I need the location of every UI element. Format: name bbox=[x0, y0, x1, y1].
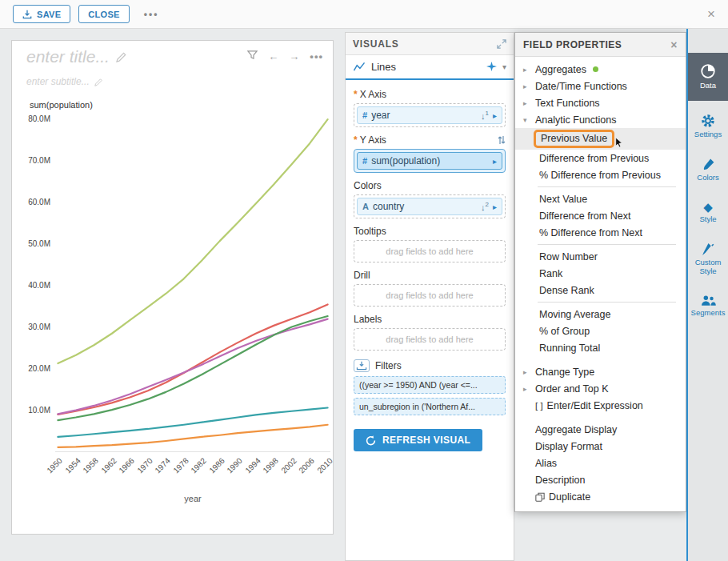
save-download-icon bbox=[22, 10, 32, 19]
menu-item-label: Description bbox=[535, 475, 586, 486]
chevron-right-icon: ▸ bbox=[523, 66, 535, 74]
x-axis-shelf[interactable]: # year ↓1 ▸ bbox=[354, 103, 506, 127]
visuals-panel-header: VISUALS bbox=[346, 33, 514, 55]
people-icon bbox=[701, 295, 716, 307]
close-button-label: CLOSE bbox=[88, 10, 119, 19]
shelf-placeholder: drag fields to add here bbox=[386, 291, 473, 300]
sidebar-tab-settings[interactable]: Settings bbox=[688, 108, 728, 145]
field-menu-caret-icon[interactable]: ▸ bbox=[493, 202, 497, 211]
y-axis-tick-label: 50.0M bbox=[15, 239, 50, 248]
duplicate-icon bbox=[535, 492, 545, 502]
sidebar-tab-segments[interactable]: Segments bbox=[688, 289, 728, 323]
menu-item-rank[interactable]: Rank bbox=[515, 265, 686, 282]
labels-shelf[interactable]: drag fields to add here bbox=[354, 328, 506, 351]
x-axis-shelf-label: * X Axis bbox=[354, 89, 506, 100]
menu-item-moving-average[interactable]: Moving Average bbox=[515, 306, 686, 323]
menu-item-date-time-functions[interactable]: ▸Date/Time Functions bbox=[515, 78, 686, 94]
menu-item-difference-from-previous[interactable]: Difference from Previous bbox=[515, 150, 686, 166]
sparkle-icon[interactable] bbox=[486, 62, 497, 72]
field-pill-label: country bbox=[373, 201, 477, 212]
menu-item-running-total[interactable]: Running Total bbox=[515, 339, 686, 356]
menu-item-label: Dense Rank bbox=[539, 285, 594, 296]
chevron-right-icon: ▸ bbox=[523, 82, 535, 90]
line-chart-type-icon bbox=[353, 62, 366, 72]
refresh-button-label: REFRESH VISUAL bbox=[382, 435, 470, 446]
visual-subtitle-placeholder[interactable]: enter subtitle... bbox=[26, 76, 103, 87]
filters-shelf: ((year >= 1950) AND (year <=...un_subreg… bbox=[354, 376, 506, 415]
right-sidebar: DataSettingsColors◆StyleCustom StyleSegm… bbox=[686, 29, 728, 561]
chevron-down-icon: ▾ bbox=[523, 116, 535, 124]
menu-item-description[interactable]: Description bbox=[515, 471, 686, 488]
menu-item-difference-from-next[interactable]: Difference from Next bbox=[515, 207, 686, 224]
swap-axes-icon[interactable] bbox=[498, 135, 506, 145]
menu-divider bbox=[538, 244, 676, 245]
menu-item-alias[interactable]: Alias bbox=[515, 455, 686, 471]
edit-subtitle-pencil-icon[interactable] bbox=[94, 78, 103, 86]
visual-title-placeholder[interactable]: enter title... bbox=[26, 47, 127, 66]
field-pill-sum-population[interactable]: # sum(population) ▸ bbox=[357, 152, 502, 170]
menu-item-order-and-top-k[interactable]: ▸Order and Top K bbox=[515, 380, 686, 397]
filter-funnel-icon[interactable] bbox=[247, 50, 258, 62]
brackets-icon: [ ] bbox=[535, 401, 543, 411]
menu-item-label: % Difference from Previous bbox=[539, 170, 661, 181]
menu-item-aggregate-display[interactable]: Aggregate Display bbox=[515, 421, 686, 438]
menu-divider bbox=[538, 302, 676, 303]
series-line-orange bbox=[58, 425, 327, 447]
menu-item-difference-from-previous[interactable]: % Difference from Previous bbox=[515, 166, 686, 183]
chevron-down-icon[interactable]: ▾ bbox=[502, 62, 506, 71]
menu-item-enter-edit-expression[interactable]: [ ]Enter/Edit Expression bbox=[515, 397, 686, 414]
y-axis-tick-label: 60.0M bbox=[15, 198, 50, 206]
shelves-area: * X Axis # year ↓1 ▸ * Y Axis bbox=[346, 80, 514, 459]
more-options-button[interactable]: ••• bbox=[144, 9, 159, 20]
menu-item-previous-value[interactable]: Previous Value bbox=[515, 128, 686, 150]
drill-shelf[interactable]: drag fields to add here bbox=[354, 284, 506, 307]
card-action-icons: ← → ••• bbox=[247, 50, 323, 62]
menu-item-duplicate[interactable]: Duplicate bbox=[515, 488, 686, 505]
y-axis-tick-label: 30.0M bbox=[15, 323, 50, 331]
sidebar-tab-style[interactable]: ◆Style bbox=[688, 195, 728, 230]
card-more-icon[interactable]: ••• bbox=[310, 51, 323, 62]
colors-shelf[interactable]: A country ↓2 ▸ bbox=[354, 194, 506, 218]
sidebar-tab-label: Style bbox=[699, 215, 716, 224]
menu-item-display-format[interactable]: Display Format bbox=[515, 438, 686, 455]
filter-pill[interactable]: un_subregion in ('Northern Af... bbox=[354, 398, 506, 415]
menu-item-aggregates[interactable]: ▸Aggregates bbox=[515, 61, 686, 78]
y-axis-shelf[interactable]: # sum(population) ▸ bbox=[354, 149, 506, 173]
menu-item-label: Analytic Functions bbox=[535, 114, 616, 126]
field-menu-caret-icon[interactable]: ▸ bbox=[493, 157, 497, 166]
dismiss-editor-icon[interactable]: × bbox=[707, 7, 715, 21]
y-axis-title: sum(population) bbox=[30, 100, 93, 110]
menu-item-of-group[interactable]: % of Group bbox=[515, 323, 686, 339]
chart-type-selector[interactable]: Lines ▾ bbox=[346, 55, 514, 80]
refresh-visual-button[interactable]: REFRESH VISUAL bbox=[354, 429, 482, 451]
menu-item-text-functions[interactable]: ▸Text Functions bbox=[515, 94, 686, 111]
expand-panel-icon[interactable] bbox=[497, 39, 506, 49]
back-arrow-icon[interactable]: ← bbox=[268, 51, 278, 62]
menu-item-difference-from-next[interactable]: % Difference from Next bbox=[515, 224, 686, 241]
menu-item-analytic-functions[interactable]: ▾Analytic Functions bbox=[515, 111, 686, 128]
close-button[interactable]: CLOSE bbox=[78, 5, 129, 23]
field-pill-year[interactable]: # year ↓1 ▸ bbox=[357, 106, 502, 124]
field-pill-country[interactable]: A country ↓2 ▸ bbox=[357, 198, 502, 215]
menu-item-change-type[interactable]: ▸Change Type bbox=[515, 363, 686, 380]
edit-title-pencil-icon[interactable] bbox=[116, 51, 127, 62]
field-menu-caret-icon[interactable]: ▸ bbox=[493, 111, 497, 120]
tooltips-shelf[interactable]: drag fields to add here bbox=[354, 240, 506, 262]
save-button[interactable]: SAVE bbox=[13, 5, 70, 23]
sidebar-tab-colors[interactable]: Colors bbox=[688, 152, 728, 188]
line-chart: 10.0M20.0M30.0M40.0M50.0M60.0M70.0M80.0M… bbox=[55, 115, 330, 452]
close-panel-icon[interactable]: × bbox=[670, 38, 678, 51]
menu-item-label: Aggregates bbox=[535, 64, 586, 75]
menu-item-dense-rank[interactable]: Dense Rank bbox=[515, 282, 686, 299]
labels-shelf-label: Labels bbox=[354, 314, 506, 325]
y-axis-tick-label: 10.0M bbox=[15, 406, 50, 415]
menu-item-next-value[interactable]: Next Value bbox=[515, 190, 686, 207]
field-properties-menu: ▸Aggregates▸Date/Time Functions▸Text Fun… bbox=[515, 57, 686, 505]
sidebar-tab-custom-style[interactable]: Custom Style bbox=[688, 237, 728, 282]
filter-pill[interactable]: ((year >= 1950) AND (year <=... bbox=[354, 376, 506, 394]
field-properties-title: FIELD PROPERTIES bbox=[523, 39, 622, 50]
menu-item-row-number[interactable]: Row Number bbox=[515, 248, 686, 265]
filter-import-icon[interactable] bbox=[354, 359, 370, 372]
forward-arrow-icon[interactable]: → bbox=[289, 51, 299, 62]
sidebar-tab-data[interactable]: Data bbox=[688, 53, 728, 101]
